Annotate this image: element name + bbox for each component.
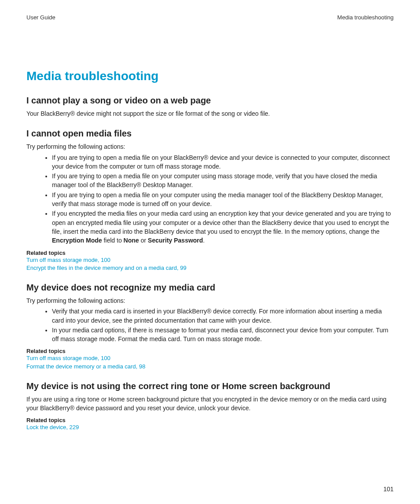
bullet-list: Verify that your media card is inserted … — [26, 307, 394, 343]
encryption-mode-label: Encryption Mode — [52, 237, 102, 244]
bullet-list: If you are trying to open a media file o… — [26, 153, 394, 245]
list-item-text: field to — [102, 237, 124, 244]
section-heading-ring-tone: My device is not using the correct ring … — [26, 381, 394, 391]
related-link-mass-storage[interactable]: Turn off mass storage mode, 100 — [26, 354, 394, 362]
list-item: Verify that your media card is inserted … — [52, 307, 394, 325]
section-intro: Try performing the following actions: — [26, 142, 394, 151]
list-item: If you are trying to open a media file o… — [52, 172, 394, 190]
option-none: None — [124, 237, 139, 244]
section-heading-media-card: My device does not recognize my media ca… — [26, 283, 394, 293]
section-heading-cannot-play: I cannot play a song or video on a web p… — [26, 96, 394, 106]
section-para: Your BlackBerry® device might not suppor… — [26, 109, 394, 118]
page-header: User Guide Media troubleshooting — [26, 14, 394, 21]
list-item-text: or — [139, 237, 148, 244]
list-item: If you encrypted the media files on your… — [52, 209, 394, 245]
list-item-text: . — [203, 237, 205, 244]
related-topics-label: Related topics — [26, 417, 394, 423]
related-link-format-memory[interactable]: Format the device memory or a media card… — [26, 363, 394, 371]
related-link-lock-device[interactable]: Lock the device, 229 — [26, 423, 394, 431]
header-right: Media troubleshooting — [337, 14, 394, 21]
section-intro: Try performing the following actions: — [26, 296, 394, 305]
page-number: 101 — [383, 486, 394, 493]
option-security-password: Security Password — [148, 237, 203, 244]
related-link-encrypt-files[interactable]: Encrypt the files in the device memory a… — [26, 264, 394, 272]
header-left: User Guide — [26, 14, 55, 21]
section-heading-cannot-open: I cannot open media files — [26, 129, 394, 139]
list-item: In your media card options, if there is … — [52, 326, 394, 344]
list-item: If you are trying to open a media file o… — [52, 191, 394, 209]
page-title: Media troubleshooting — [26, 69, 394, 83]
list-item-text: If you encrypted the media files on your… — [52, 210, 391, 235]
related-topics-label: Related topics — [26, 250, 394, 256]
list-item: If you are trying to open a media file o… — [52, 153, 394, 171]
related-topics-label: Related topics — [26, 348, 394, 354]
related-link-mass-storage[interactable]: Turn off mass storage mode, 100 — [26, 256, 394, 264]
document-page: User Guide Media troubleshooting Media t… — [0, 0, 420, 504]
section-para: If you are using a ring tone or Home scr… — [26, 395, 394, 413]
